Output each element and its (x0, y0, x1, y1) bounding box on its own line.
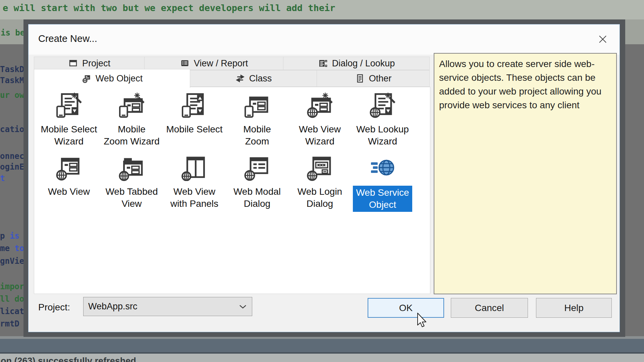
dialog-lookup-icon (318, 59, 328, 68)
code-fragment: oginE (0, 162, 24, 172)
mobile-select-icon (180, 92, 209, 119)
code-fragment: impor (0, 282, 24, 291)
create-new-dialog: Create New... ProjectView / ReportDialog… (28, 24, 620, 332)
web-tabbed-view-icon (118, 154, 146, 181)
web-service-object-icon (369, 154, 397, 181)
code-fragment: catio (0, 125, 24, 134)
tab-label: Other (369, 73, 392, 84)
other-icon (355, 74, 365, 83)
dialog-title: Create New... (38, 33, 97, 44)
mouse-cursor (417, 313, 428, 330)
tab-label: Web Object (96, 73, 143, 84)
chevron-down-icon (239, 304, 247, 309)
code-fragment: TaskD (0, 65, 24, 74)
item-web-tabbed-view[interactable]: Web Tabbed View (100, 154, 163, 212)
item-label: Mobile Zoom (243, 123, 271, 147)
tab-web-object[interactable]: Web Object (34, 69, 190, 88)
item-mobile-zoom[interactable]: Mobile Zoom (226, 92, 288, 147)
tab-label: Dialog / Lookup (332, 58, 395, 69)
web-lookup-wizard-icon (369, 92, 397, 119)
tab-row-1: ProjectView / ReportDialog / Lookup (34, 57, 430, 70)
item-label: Mobile Zoom Wizard (104, 123, 159, 147)
dialog-titlebar[interactable]: Create New... (29, 24, 620, 55)
item-label: Web View (48, 186, 90, 198)
item-mobile-select[interactable]: Mobile Select (163, 92, 226, 147)
web-object-icon (82, 74, 92, 83)
code-fragment: me to (0, 244, 24, 253)
code-fragment: ur ow (0, 90, 24, 100)
class-icon (235, 74, 245, 83)
item-label: Mobile Select (166, 123, 222, 135)
tab-label: View / Report (194, 58, 248, 69)
code-fragment: rmtD (0, 319, 19, 328)
code-fragment: onnec (0, 152, 24, 161)
item-label: Web Tabbed View (105, 186, 158, 210)
web-login-dialog-icon (306, 154, 334, 181)
tab-view-report[interactable]: View / Report (144, 57, 283, 70)
item-label: Web Login Dialog (298, 186, 342, 210)
editor-background-left-dim (0, 44, 23, 337)
items-row-1: Mobile Select WizardMobile Zoom WizardMo… (38, 92, 414, 147)
tab-row-2: Web ObjectClassOther (34, 70, 430, 87)
code-fragment: licat (0, 307, 24, 316)
item-label: Web Modal Dialog (233, 186, 281, 210)
item-mobile-zoom-wizard[interactable]: Mobile Zoom Wizard (100, 92, 163, 147)
tab-class[interactable]: Class (190, 70, 317, 87)
project-combobox[interactable]: WebApp.src (83, 297, 252, 316)
items-row-2: Web ViewWeb Tabbed ViewWeb View with Pan… (38, 154, 414, 212)
editor-code-line: e will start with two but we expect deve… (3, 3, 335, 13)
item-label: Web Service Object (353, 186, 412, 212)
editor-background-right (625, 19, 644, 44)
mobile-select-wizard-icon (55, 92, 83, 119)
web-view-wizard-icon (306, 92, 334, 119)
item-web-service-object[interactable]: Web Service Object (351, 154, 414, 212)
code-fragment: p is (0, 231, 19, 241)
code-fragment: ll do (0, 294, 24, 304)
close-button[interactable] (595, 33, 610, 47)
web-modal-dialog-icon (243, 154, 271, 181)
project-icon (68, 59, 78, 68)
item-label: Web View Wizard (299, 123, 341, 147)
help-button[interactable]: Help (536, 298, 612, 318)
project-label: Project: (38, 302, 70, 313)
item-label: Mobile Select Wizard (41, 123, 97, 147)
item-web-lookup-wizard[interactable]: Web Lookup Wizard (351, 92, 414, 147)
code-fragment: gnVie (0, 256, 24, 266)
code-fragment: t (0, 174, 5, 183)
cancel-button[interactable]: Cancel (451, 298, 528, 318)
item-web-modal-dialog[interactable]: Web Modal Dialog (226, 154, 288, 212)
tab-other[interactable]: Other (317, 70, 430, 87)
close-icon (598, 35, 607, 45)
description-panel: Allows you to create server side web-ser… (434, 53, 617, 294)
web-view-with-panels-icon (180, 154, 209, 181)
item-web-view[interactable]: Web View (38, 154, 100, 212)
item-web-view-with-panels[interactable]: Web View with Panels (163, 154, 226, 212)
object-list-pane: Mobile Select WizardMobile Zoom WizardMo… (34, 87, 430, 294)
code-fragment: TaskM (0, 76, 24, 85)
code-fragment: is be (1, 28, 25, 38)
item-label: Web Lookup Wizard (356, 123, 409, 147)
ok-button[interactable]: OK (368, 298, 444, 318)
tab-project[interactable]: Project (34, 57, 145, 70)
tab-label: Class (249, 73, 272, 84)
item-label: Web View with Panels (170, 186, 218, 210)
item-mobile-select-wizard[interactable]: Mobile Select Wizard (38, 92, 100, 147)
editor-background-right-dim (625, 44, 644, 337)
project-combobox-value: WebApp.src (88, 301, 239, 312)
tab-dialog-lookup[interactable]: Dialog / Lookup (283, 57, 430, 70)
mobile-zoom-wizard-icon (118, 92, 146, 119)
panel-divider-band (0, 339, 644, 352)
tab-label: Project (82, 58, 110, 69)
status-message: on (263) successfully refreshed (1, 356, 136, 362)
item-web-view-wizard[interactable]: Web View Wizard (288, 92, 351, 147)
web-view-icon (55, 154, 83, 181)
item-web-login-dialog[interactable]: Web Login Dialog (288, 154, 351, 212)
mobile-zoom-icon (243, 92, 271, 119)
view-report-icon (180, 59, 190, 68)
